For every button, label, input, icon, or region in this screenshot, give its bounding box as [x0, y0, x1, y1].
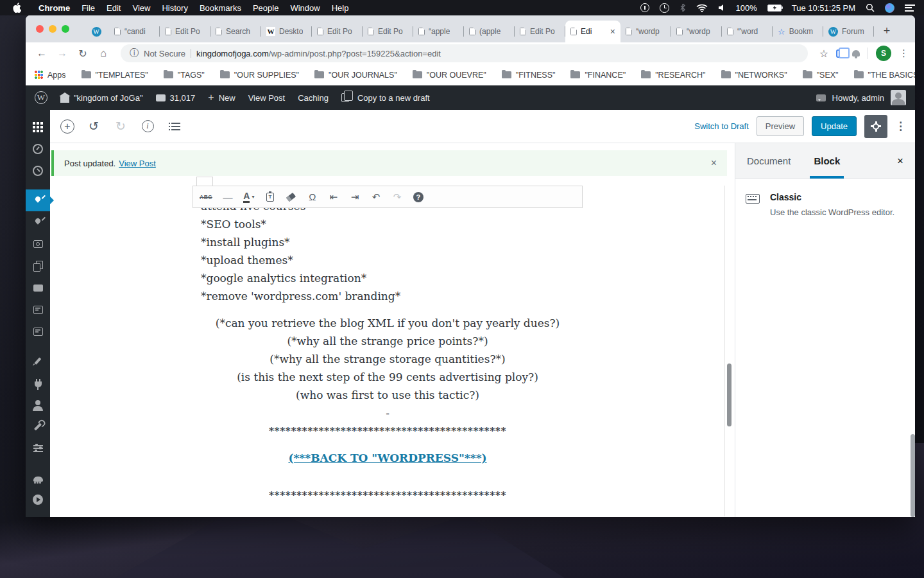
copy-to-new-draft-link[interactable]: Copy to a new draft	[341, 93, 430, 103]
back-button[interactable]: ←	[33, 45, 50, 62]
tab[interactable]: Edit Po	[363, 21, 413, 42]
volume-icon[interactable]	[718, 4, 726, 12]
feedback-bubble-icon[interactable]	[816, 94, 826, 101]
redo-button[interactable]: ↻	[113, 119, 128, 134]
bookmark-star-icon[interactable]: ☆	[819, 48, 828, 60]
forms-icon[interactable]	[26, 299, 50, 320]
feedback-icon[interactable]	[26, 320, 50, 342]
post-content[interactable]: attend live courses *SEO tools* *install…	[193, 197, 583, 504]
new-content-menu[interactable]: +New	[208, 92, 235, 103]
horizontal-rule-button[interactable]: —	[222, 190, 234, 204]
howdy-admin-menu[interactable]: Howdy, admin	[832, 93, 884, 103]
increase-indent-button[interactable]: ⇥	[349, 190, 361, 204]
tab[interactable]: Edit Po	[160, 21, 210, 42]
chrome-menu-icon[interactable]: ⋮	[899, 48, 909, 59]
content-structure-button[interactable]: i	[142, 120, 154, 132]
siri-icon[interactable]	[885, 3, 894, 13]
close-window-button[interactable]	[36, 25, 44, 33]
menu-item-chrome[interactable]: Chrome	[33, 3, 76, 13]
tab[interactable]: “'word	[722, 21, 773, 42]
menu-item-help[interactable]: Help	[326, 3, 355, 13]
bell-icon[interactable]	[852, 50, 860, 57]
tools-icon[interactable]	[26, 416, 50, 437]
menu-item-bookmarks[interactable]: Bookmarks	[194, 3, 247, 13]
more-tools-icon[interactable]: ⋮	[895, 119, 906, 133]
preview-button[interactable]: Preview	[757, 116, 804, 136]
block-navigation-button[interactable]	[167, 119, 182, 134]
profile-avatar[interactable]: S	[876, 46, 891, 61]
menu-item-file[interactable]: File	[76, 3, 101, 13]
maximize-window-button[interactable]	[62, 25, 69, 33]
strikethrough-button[interactable]: ABC	[200, 190, 212, 204]
pages-icon[interactable]	[26, 255, 50, 277]
appearance-icon[interactable]	[26, 350, 50, 372]
bookmark-folder-the-basics[interactable]: "THE BASICS"	[854, 71, 915, 80]
users-icon[interactable]	[26, 394, 50, 416]
editor-scrollbar-thumb[interactable]	[727, 363, 732, 426]
decrease-indent-button[interactable]: ⇤	[328, 190, 339, 204]
settings-gear-button[interactable]	[864, 115, 887, 138]
video-icon[interactable]	[26, 489, 50, 511]
clear-formatting-button[interactable]	[286, 190, 297, 204]
time-machine-icon[interactable]	[660, 3, 669, 13]
menu-clock[interactable]: Tue 10:51:25 PM	[792, 3, 855, 13]
wp-logo-menu[interactable]: W	[35, 91, 47, 104]
page-info-icon[interactable]: ⓘ	[130, 48, 139, 59]
wifi-icon[interactable]	[696, 4, 708, 12]
spotlight-icon[interactable]	[866, 3, 875, 12]
tab[interactable]: Search	[210, 21, 261, 42]
close-tab-icon[interactable]: ×	[610, 27, 615, 36]
pinned-tab-wordpress[interactable]: W	[83, 21, 109, 42]
special-character-button[interactable]: Ω	[307, 190, 318, 204]
view-post-link[interactable]: View Post	[119, 159, 156, 168]
menu-item-edit[interactable]: Edit	[101, 3, 126, 13]
forward-button[interactable]: →	[54, 45, 71, 62]
bookmark-folder-our-ouevre[interactable]: "OUR OUEVRE"	[413, 71, 486, 80]
bookmark-folder-tags[interactable]: "TAGS"	[164, 71, 205, 80]
tab[interactable]: “apple	[413, 21, 464, 42]
crawler-icon[interactable]	[26, 467, 50, 489]
posts-icon[interactable]	[26, 189, 50, 211]
close-sidebar-icon[interactable]: ×	[886, 155, 915, 168]
tab[interactable]: Edit Po	[312, 21, 363, 42]
menu-item-window[interactable]: Window	[284, 3, 325, 13]
collapse-grid-icon[interactable]	[26, 116, 50, 138]
tab[interactable]: “wordp	[671, 21, 722, 42]
comments-menu[interactable]: 31,017	[156, 93, 196, 103]
extension-icon[interactable]	[836, 49, 844, 58]
bookmark-folder-sex[interactable]: "SEX"	[803, 71, 839, 80]
media-icon[interactable]	[26, 233, 50, 255]
tab[interactable]: (apple	[464, 21, 515, 42]
tab-active[interactable]: Edi×	[565, 21, 620, 42]
undo-button[interactable]: ↺	[86, 119, 101, 134]
dismiss-notice-icon[interactable]: ×	[711, 157, 717, 169]
window-scrollbar-thumb[interactable]	[911, 434, 915, 517]
onepassword-icon[interactable]	[640, 3, 649, 12]
tab[interactable]: ☆Bookm	[773, 21, 823, 42]
bluetooth-icon[interactable]	[680, 3, 686, 12]
tab[interactable]: “candi	[109, 21, 160, 42]
update-button[interactable]: Update	[812, 116, 857, 136]
bookmark-folder-networks[interactable]: "NETWORKS"	[721, 71, 787, 80]
bookmark-folder-fitness[interactable]: "FITNESS"	[502, 71, 556, 80]
help-button[interactable]: ?	[413, 190, 424, 204]
tab-block[interactable]: Block	[802, 143, 851, 179]
caching-menu[interactable]: Caching	[298, 93, 329, 103]
address-bar[interactable]: ⓘ Not Secure kingdomofjoga.com/wp-admin/…	[121, 44, 808, 62]
tab-document[interactable]: Document	[735, 143, 802, 179]
apple-logo-icon[interactable]	[13, 3, 21, 13]
home-button[interactable]: ⌂	[95, 45, 112, 62]
pin-icon[interactable]	[26, 211, 50, 233]
bookmark-folder-our-supplies[interactable]: "OUR SUPPLIES"	[220, 71, 299, 80]
tab[interactable]: WDeskto	[261, 21, 312, 42]
switch-to-draft-button[interactable]: Switch to Draft	[694, 121, 749, 131]
tab[interactable]: WForum	[823, 21, 874, 42]
menu-item-view[interactable]: View	[126, 3, 156, 13]
tab[interactable]: Edit Po	[515, 21, 565, 42]
paste-as-text-button[interactable]: T	[264, 190, 276, 204]
notification-center-icon[interactable]	[905, 4, 915, 12]
tab[interactable]: “wordp	[620, 21, 671, 42]
mce-undo-button[interactable]: ↶	[370, 190, 382, 204]
bookmark-folder-templates[interactable]: "TEMPLATES"	[81, 71, 148, 80]
apps-shortcut[interactable]: Apps	[35, 71, 66, 80]
